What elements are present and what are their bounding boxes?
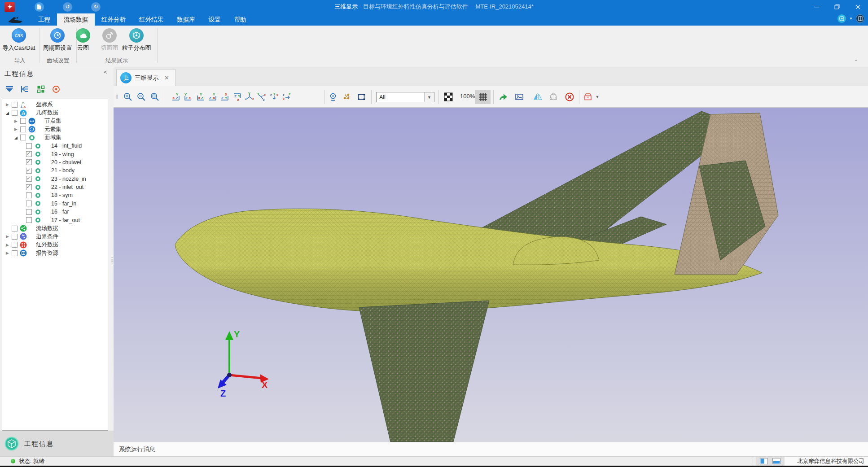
clear-view-button[interactable] xyxy=(564,91,575,103)
restore-button[interactable] xyxy=(827,0,847,13)
tree-item-body[interactable]: 21 - body xyxy=(2,166,108,175)
menu-item-database[interactable]: 数据库 xyxy=(170,13,202,26)
checkbox[interactable] xyxy=(26,217,32,223)
checkbox[interactable] xyxy=(20,127,26,132)
app-menu-button[interactable] xyxy=(4,2,15,12)
tree-item-nodeset[interactable]: ▶ 节点集 xyxy=(2,117,108,125)
new-document-button[interactable] xyxy=(35,2,44,12)
tree-item-geometry[interactable]: ◢ 几何数据 xyxy=(2,109,108,117)
expander-icon[interactable]: ▶ xyxy=(4,242,10,248)
expander-icon[interactable]: ▶ xyxy=(13,127,19,132)
checkbox[interactable] xyxy=(26,151,32,157)
zoom-level-value[interactable]: 100% xyxy=(460,93,475,100)
expander-icon[interactable]: ◢ xyxy=(13,135,19,140)
view-iso4-button[interactable]: zxY xyxy=(281,91,293,103)
view-left-button[interactable]: YXZ xyxy=(195,91,206,103)
archive-dropdown-icon[interactable]: ▼ xyxy=(594,91,601,103)
checkbox[interactable] xyxy=(26,159,32,165)
menu-item-ir-analysis[interactable]: 红外分析 xyxy=(95,13,132,26)
tab-close-icon[interactable]: ✕ xyxy=(164,74,169,81)
panel-collapse-icon[interactable]: < xyxy=(101,69,110,75)
import-cas-dat-button[interactable]: cas 导入Cas/Dat xyxy=(0,27,38,52)
checkbox[interactable] xyxy=(26,201,32,206)
tab-3d-view[interactable]: 三维显示 ✕ xyxy=(116,69,175,86)
zoom-out-button[interactable] xyxy=(136,91,147,103)
view-bottom-button[interactable]: ZYX xyxy=(232,91,243,103)
checkbox[interactable] xyxy=(12,110,18,116)
tree-item-wing[interactable]: 19 - wing xyxy=(2,150,108,158)
panel-footer[interactable]: 工程信息 xyxy=(0,431,114,456)
checkbox[interactable] xyxy=(26,168,32,174)
view-back-button[interactable]: YZX xyxy=(182,91,194,103)
view-top-button[interactable]: XZY xyxy=(219,91,231,103)
node-select-button[interactable] xyxy=(341,91,352,103)
expander-icon[interactable]: ▶ xyxy=(4,250,10,256)
help-book-button[interactable] xyxy=(856,14,864,23)
checkbox[interactable] xyxy=(12,226,18,231)
display-filter-select[interactable]: All ▼ xyxy=(376,92,434,102)
outline-list-button[interactable] xyxy=(19,83,31,95)
checkbox[interactable] xyxy=(20,135,26,140)
export-button[interactable] xyxy=(497,91,509,103)
menu-item-help[interactable]: 帮助 xyxy=(228,13,253,26)
view-right-button[interactable]: YZX xyxy=(207,91,219,103)
minimize-button[interactable] xyxy=(806,0,827,13)
menu-item-ir-results[interactable]: 红外结果 xyxy=(132,13,170,26)
expander-icon[interactable]: ▶ xyxy=(4,102,10,108)
menu-item-project[interactable]: 工程 xyxy=(31,13,57,26)
tree-item-inlet-out[interactable]: 22 - inlet_out xyxy=(2,183,108,191)
probe-point-button[interactable] xyxy=(327,91,339,103)
zoom-fit-button[interactable] xyxy=(149,91,161,103)
tree-item-chuiwei[interactable]: 20 - chuiwei xyxy=(2,158,108,166)
checkbox[interactable] xyxy=(12,102,18,108)
tree-item-int-fluid[interactable]: 14 - int_fluid xyxy=(2,142,108,150)
tree-item-elementset[interactable]: ▶ 元素集 xyxy=(2,125,108,133)
menu-item-flowfield[interactable]: 流场数据 xyxy=(57,13,95,26)
redo-button[interactable]: ↻ xyxy=(91,2,101,12)
view-iso1-button[interactable]: zYx xyxy=(244,91,255,103)
close-button[interactable] xyxy=(847,0,868,13)
mirror-button[interactable] xyxy=(532,91,544,103)
view-iso3-button[interactable]: zYx xyxy=(268,91,280,103)
tree-item-flowdata[interactable]: ▶ 流场数据 xyxy=(2,224,108,232)
tree-item-coordsys[interactable]: ▶ YZX 坐标系 xyxy=(2,100,108,109)
dropdown-caret-icon[interactable]: ▼ xyxy=(849,17,853,21)
undo-button[interactable]: ↺ xyxy=(63,2,72,12)
menu-item-settings[interactable]: 设置 xyxy=(202,13,228,26)
media-button[interactable] xyxy=(837,14,846,23)
archive-button[interactable] xyxy=(582,91,594,103)
tree-item-infrared[interactable]: ▶ 红外数据 xyxy=(2,241,108,249)
checkbox[interactable] xyxy=(20,118,26,124)
layout-bottom-panel-icon[interactable] xyxy=(772,458,780,464)
mesh-display-toggle[interactable] xyxy=(475,90,491,104)
checkbox[interactable] xyxy=(26,143,32,149)
grid-view-button[interactable] xyxy=(35,83,47,95)
checkbox[interactable] xyxy=(26,176,32,182)
view-front-button[interactable]: YXZ xyxy=(170,91,182,103)
tree-item-nozzle-in[interactable]: 23 - nozzle_in xyxy=(2,175,108,183)
locate-target-button[interactable] xyxy=(50,83,62,95)
checkbox[interactable] xyxy=(12,234,18,240)
expander-icon[interactable]: ◢ xyxy=(4,110,10,116)
filter-button[interactable] xyxy=(4,83,15,95)
checkbox[interactable] xyxy=(26,209,32,215)
expander-icon[interactable]: ▶ xyxy=(13,118,19,124)
tree-item-faceset[interactable]: ◢ 面域集 xyxy=(2,134,108,142)
tree-item-sym[interactable]: 18 - sym xyxy=(2,191,108,199)
checkbox[interactable] xyxy=(12,250,18,256)
viewport-3d[interactable]: Y X Z xyxy=(114,108,868,442)
checkbox[interactable] xyxy=(12,242,18,248)
zoom-in-button[interactable] xyxy=(122,91,134,103)
tree-item-boundary[interactable]: ▶ 边界条件 xyxy=(2,232,108,240)
tree-item-report[interactable]: ▶ 报告资源 xyxy=(2,249,108,257)
expander-icon[interactable]: ▶ xyxy=(4,234,10,240)
screenshot-button[interactable] xyxy=(513,91,525,103)
particle-distribution-button[interactable]: 粒子分布图 xyxy=(118,27,155,52)
layout-left-panel-icon[interactable] xyxy=(760,458,768,464)
tree-item-far[interactable]: 16 - far xyxy=(2,208,108,216)
tree-item-far-out[interactable]: 17 - far_out xyxy=(2,216,108,224)
view-iso2-button[interactable]: Yxz xyxy=(256,91,267,103)
transparency-button[interactable] xyxy=(443,91,454,103)
ribbon-collapse-icon[interactable]: ⌃ xyxy=(854,59,858,65)
checkbox[interactable] xyxy=(26,192,32,198)
